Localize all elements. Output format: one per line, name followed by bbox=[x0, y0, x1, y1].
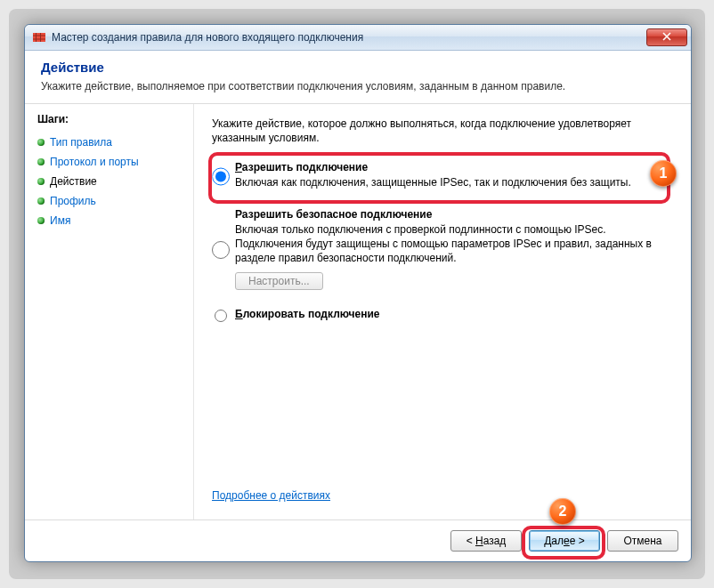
radio-allow-secure[interactable] bbox=[212, 210, 230, 291]
svg-rect-4 bbox=[36, 33, 37, 42]
close-button[interactable] bbox=[646, 28, 687, 46]
step-label: Действие bbox=[50, 175, 97, 188]
svg-rect-3 bbox=[33, 40, 45, 42]
sidebar: Шаги: Тип правила Протокол и порты Дейст… bbox=[25, 104, 194, 520]
step-protocol-ports[interactable]: Протокол и порты bbox=[37, 152, 193, 172]
svg-rect-1 bbox=[33, 33, 45, 35]
option-desc: Включая только подключения с проверкой п… bbox=[235, 222, 669, 266]
page-title: Действие bbox=[41, 60, 675, 75]
header: Действие Укажите действие, выполняемое п… bbox=[25, 51, 691, 104]
step-name[interactable]: Имя bbox=[37, 211, 193, 230]
option-title: Разрешить безопасное подключение bbox=[235, 208, 669, 221]
titlebar: Мастер создания правила для нового входя… bbox=[25, 25, 691, 51]
learn-more-link[interactable]: Подробнее о действиях bbox=[212, 489, 669, 502]
option-title: Разрешить подключение bbox=[235, 161, 669, 173]
content-description: Укажите действие, которое должно выполня… bbox=[212, 117, 669, 145]
next-button[interactable]: Далее > bbox=[529, 530, 600, 552]
wizard-window: Мастер создания правила для нового входя… bbox=[24, 24, 692, 562]
step-label: Протокол и порты bbox=[50, 156, 139, 168]
option-allow[interactable]: Разрешить подключение Включая как подклю… bbox=[212, 161, 669, 189]
window-title: Мастер создания правила для нового входя… bbox=[52, 31, 646, 44]
page-subtitle: Укажите действие, выполняемое при соотве… bbox=[41, 80, 675, 93]
option-block[interactable]: Блокировать подключение bbox=[212, 308, 669, 322]
configure-button: Настроить... bbox=[235, 272, 323, 290]
radio-allow[interactable] bbox=[212, 163, 230, 189]
content: Укажите действие, которое должно выполня… bbox=[194, 104, 691, 520]
close-icon bbox=[662, 31, 671, 44]
bullet-icon bbox=[37, 139, 45, 146]
step-label: Тип правила bbox=[50, 136, 112, 149]
bullet-icon bbox=[37, 197, 45, 205]
step-profile[interactable]: Профиль bbox=[37, 191, 193, 211]
bullet-icon bbox=[37, 217, 45, 224]
bullet-icon bbox=[37, 178, 45, 185]
cancel-button[interactable]: Отмена bbox=[607, 530, 678, 552]
back-button[interactable]: < Назад bbox=[450, 530, 522, 552]
svg-rect-5 bbox=[40, 33, 41, 42]
footer: < Назад Далее > Отмена bbox=[25, 520, 691, 561]
option-desc: Включая как подключения, защищенные IPSe… bbox=[235, 175, 669, 189]
step-label: Имя bbox=[50, 214, 70, 227]
firewall-icon bbox=[32, 30, 46, 44]
option-allow-secure[interactable]: Разрешить безопасное подключение Включая… bbox=[212, 208, 669, 291]
option-title: Блокировать подключение bbox=[235, 308, 669, 320]
svg-rect-2 bbox=[33, 36, 45, 38]
step-action[interactable]: Действие bbox=[37, 172, 193, 191]
step-label: Профиль bbox=[50, 195, 96, 207]
radio-block[interactable] bbox=[212, 310, 230, 322]
step-rule-type[interactable]: Тип правила bbox=[37, 133, 193, 152]
steps-heading: Шаги: bbox=[37, 113, 193, 125]
bullet-icon bbox=[37, 158, 45, 165]
